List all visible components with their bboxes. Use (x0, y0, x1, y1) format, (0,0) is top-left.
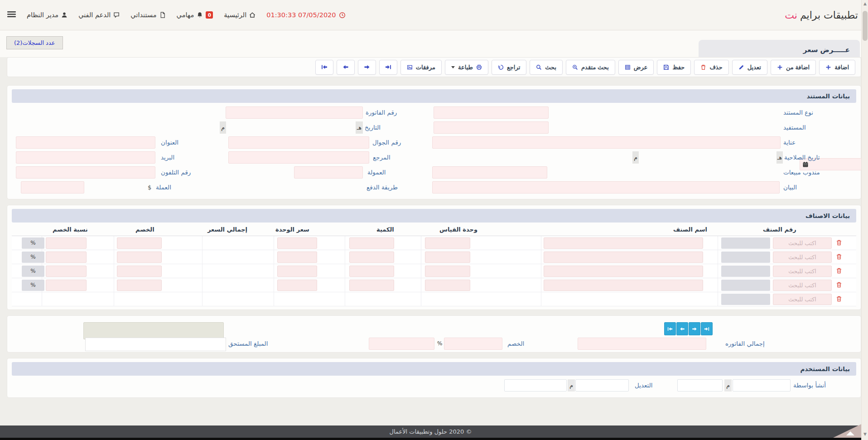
item-name-input[interactable] (544, 237, 703, 249)
reference-input[interactable] (228, 151, 369, 164)
discount-input[interactable] (117, 280, 162, 291)
totals-discount-pct-input[interactable] (369, 338, 434, 350)
qty-input[interactable] (349, 251, 394, 263)
qty-input[interactable] (349, 266, 394, 277)
commission-input[interactable] (294, 166, 363, 179)
totals-nav-next-button[interactable] (689, 322, 700, 335)
col-qty: الكمية (376, 226, 394, 233)
discount-pct-input[interactable] (46, 237, 87, 249)
discount-pct-input[interactable] (46, 266, 87, 277)
discount-pct-input[interactable] (46, 280, 87, 291)
row-delete-button[interactable] (834, 267, 844, 276)
invoice-no-input[interactable] (226, 106, 363, 119)
attachments-button[interactable]: مرفقات (400, 60, 442, 75)
totals-nav-first-button[interactable] (664, 322, 676, 335)
discount-input[interactable] (117, 237, 162, 249)
trash-icon (836, 295, 842, 302)
scroll-down-arrow[interactable]: ▼ (862, 432, 868, 436)
nav-next-button[interactable] (358, 60, 376, 75)
invoice-total-input[interactable] (578, 338, 706, 350)
add-from-button[interactable]: اضافة من (771, 60, 816, 75)
mobile-input[interactable] (228, 136, 369, 149)
unit-price-input[interactable] (277, 266, 317, 277)
item-row-new (12, 292, 856, 306)
scrollbar-thumb[interactable] (863, 11, 868, 41)
row-delete-button[interactable] (834, 295, 844, 304)
nav-last-record-button[interactable] (379, 60, 397, 75)
item-no-search-input[interactable] (773, 237, 832, 249)
item-no-search-input[interactable] (773, 280, 832, 291)
calendar-icon[interactable] (802, 161, 809, 169)
unit-input[interactable] (425, 280, 470, 291)
nav-item-support[interactable]: الدعم الفني (78, 11, 120, 19)
item-no-search-input[interactable] (773, 266, 832, 277)
totals-nav-last-button[interactable] (701, 322, 713, 335)
row-delete-button[interactable] (834, 239, 844, 247)
edit-button[interactable]: تعديل (732, 60, 767, 75)
discount-input[interactable] (117, 251, 162, 263)
mail-input[interactable] (16, 151, 155, 164)
nav-previous-button[interactable] (337, 60, 355, 75)
attention-input[interactable] (432, 136, 781, 149)
item-no-search-input[interactable] (773, 294, 832, 305)
modified-date-input[interactable] (504, 379, 567, 392)
item-no-search-input[interactable] (773, 251, 832, 263)
amount-due-value (85, 338, 226, 351)
trash-icon (836, 239, 842, 246)
discount-input[interactable] (117, 266, 162, 277)
totals-panel: إجمالي الفاتوره الخصم % المبلغ المستحق (7, 315, 861, 353)
sales-rep-value-input[interactable] (432, 166, 547, 179)
unit-price-input[interactable] (277, 237, 317, 249)
back-to-top-corner[interactable] (833, 424, 861, 438)
save-button[interactable]: حفظ (657, 60, 691, 75)
save-icon (663, 64, 669, 70)
unit-input[interactable] (425, 237, 470, 249)
home-icon (249, 12, 256, 18)
nav-item-system-admin[interactable]: مدير النظام (27, 11, 68, 19)
address-input[interactable] (16, 136, 155, 149)
hamburger-menu-icon[interactable] (7, 11, 16, 19)
reference-label: المرجع (373, 151, 391, 164)
nav-item-my-tasks[interactable]: مهامي 0 (177, 11, 213, 19)
totals-nav-previous-button[interactable] (676, 322, 688, 335)
created-date-input[interactable] (677, 379, 723, 392)
totals-discount-input[interactable] (444, 338, 502, 350)
nav-first-record-button[interactable] (315, 60, 333, 75)
statement-input[interactable] (432, 181, 780, 193)
qty-input[interactable] (349, 237, 394, 249)
doc-type-value-input[interactable] (434, 106, 549, 119)
item-name-input[interactable] (544, 280, 703, 291)
unit-price-input[interactable] (277, 280, 317, 291)
commission-label: العمولة (367, 166, 386, 179)
unit-input[interactable] (425, 266, 470, 277)
currency-rate-input[interactable] (21, 181, 84, 193)
print-button[interactable]: طباعة (445, 60, 488, 75)
delete-button[interactable]: حذف (694, 60, 728, 75)
row-delete-button[interactable] (834, 281, 844, 290)
undo-button[interactable]: تراجع (492, 60, 526, 75)
item-name-input[interactable] (544, 266, 703, 277)
advanced-search-button[interactable]: بحث متقدم (566, 60, 615, 75)
item-name-input[interactable] (544, 251, 703, 263)
unit-input[interactable] (425, 251, 470, 263)
arrow-up-icon[interactable] (846, 431, 854, 435)
add-from-label: اضافة من (786, 64, 810, 71)
unit-price-input[interactable] (277, 251, 317, 263)
nav-item-my-documents[interactable]: مستنداتي (130, 11, 165, 19)
modified-by-user-input[interactable] (575, 379, 629, 392)
view-button[interactable]: عرض (618, 60, 654, 75)
add-button[interactable]: اضافة (819, 60, 855, 75)
search-button[interactable]: بحث (530, 60, 563, 75)
created-by-user-input[interactable] (733, 379, 791, 392)
phone-input[interactable] (16, 166, 155, 179)
amount-due-label: المبلغ المستحق (228, 338, 268, 350)
nav-item-home[interactable]: الرئيسية (224, 11, 256, 19)
discount-pct-input[interactable] (46, 251, 87, 263)
qty-input[interactable] (349, 280, 394, 291)
beneficiary-value-input[interactable] (434, 121, 549, 134)
row-delete-button[interactable] (834, 253, 844, 261)
bell-icon (197, 12, 203, 18)
scroll-up-arrow[interactable]: ▲ (862, 1, 868, 6)
brand-logo: تطبيقات برايم نت (785, 10, 868, 21)
user-data-panel: بيانات المستخدم أنشأ بواسطة م التعديل م (7, 358, 861, 398)
